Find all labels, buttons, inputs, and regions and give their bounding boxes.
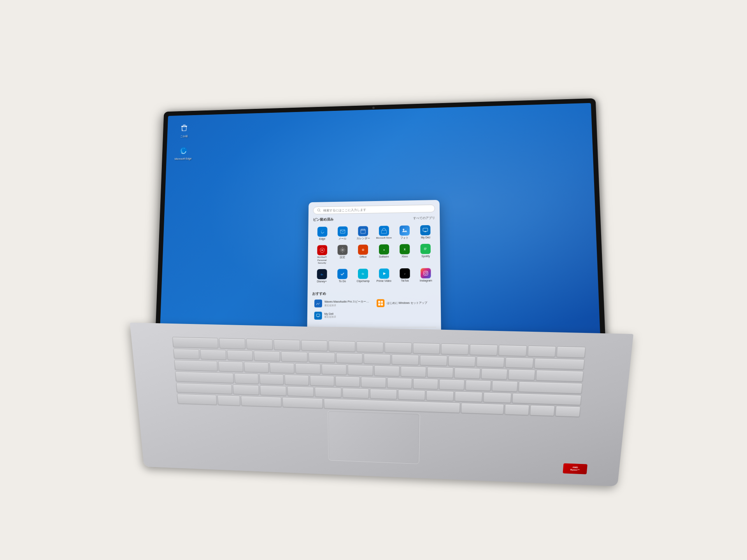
key-5: [309, 352, 335, 363]
key-right: [555, 406, 580, 417]
app-settings[interactable]: 設定: [333, 243, 352, 266]
svg-point-1: [317, 209, 320, 211]
key-1: [200, 349, 226, 360]
svg-text:M: M: [321, 250, 323, 252]
recommended-title: おすすめ: [312, 292, 326, 296]
app-spotify[interactable]: Spotify: [416, 242, 436, 265]
key-f4: [301, 340, 328, 351]
key-capslock: [175, 371, 233, 383]
rec-item-mydell[interactable]: My Dell 最近追加済: [312, 310, 373, 321]
svg-point-3: [320, 229, 324, 234]
key-2: [227, 350, 253, 361]
svg-text:X: X: [404, 248, 406, 251]
instagram-icon: [421, 268, 431, 278]
key-minus: [477, 356, 505, 368]
photos-icon: [400, 226, 410, 236]
key-l: [439, 379, 465, 390]
all-apps-link[interactable]: すべてのアプリ: [413, 216, 435, 220]
search-icon: [317, 208, 321, 212]
key-lalt: [282, 397, 323, 408]
key-d: [284, 374, 309, 385]
clipchamp-icon: Cc: [358, 269, 368, 279]
key-w: [244, 362, 269, 373]
key-j: [387, 378, 412, 388]
app-mail[interactable]: メール: [333, 225, 352, 242]
key-f8: [413, 343, 440, 354]
key-rbrace: [508, 369, 535, 380]
key-f12: [527, 346, 556, 357]
desktop-icon-edge[interactable]: Microsoft Edge: [174, 145, 193, 160]
app-office[interactable]: O Office: [354, 243, 373, 266]
app-instagram[interactable]: Instagram: [416, 266, 436, 284]
touchpad[interactable]: [328, 410, 420, 464]
tiktok-app-label: TikTok: [401, 279, 409, 283]
svg-text:Cc: Cc: [362, 273, 364, 275]
svg-marker-11: [402, 230, 407, 232]
key-k: [413, 378, 438, 389]
screen-display: ごみ箱 Microsoft Edge: [159, 103, 601, 357]
app-calendar[interactable]: カレンダー: [354, 224, 373, 242]
app-prime[interactable]: Prime Video: [374, 267, 394, 284]
key-o: [427, 367, 453, 378]
key-del: [557, 346, 586, 358]
prime-icon: [379, 268, 389, 278]
key-x: [260, 385, 286, 396]
app-edge[interactable]: Edge: [313, 225, 332, 242]
desktop-icons-area: ごみ箱 Microsoft Edge: [174, 122, 194, 160]
key-lwin: [241, 396, 282, 407]
amd-badge: AMDRyzen™: [563, 463, 587, 474]
rec-item-windows-setup[interactable]: はじめに Windows セットアップ: [374, 298, 436, 309]
key-rshift: [512, 393, 581, 405]
key-c: [287, 386, 314, 397]
pinned-apps-grid: Edge メール カレンダー: [312, 224, 436, 285]
app-photos[interactable]: フォト: [395, 224, 414, 242]
svg-text:D+: D+: [321, 273, 323, 275]
windows-setup-rec-text: はじめに Windows セットアップ: [387, 301, 427, 305]
app-disney[interactable]: D+ Disney+: [312, 268, 331, 285]
svg-text:♪: ♪: [404, 272, 405, 275]
mcafee-icon: M: [317, 245, 327, 256]
app-store[interactable]: Microsoft Store: [374, 224, 393, 242]
key-4: [281, 351, 307, 362]
key-m: [398, 389, 425, 400]
app-tiktok[interactable]: ♪ TikTok: [395, 267, 415, 284]
prime-app-label: Prime Video: [377, 279, 391, 283]
keyboard-area: [160, 329, 599, 425]
app-mcafee[interactable]: M McAfee® Personal Security: [312, 244, 331, 266]
mail-icon: [338, 226, 348, 236]
key-b: [342, 388, 369, 399]
svg-point-35: [427, 271, 427, 272]
svg-rect-38: [378, 304, 380, 306]
key-lbrace: [481, 368, 508, 379]
key-period: [455, 391, 483, 402]
key-f1: [219, 338, 245, 349]
app-todo[interactable]: To Do: [333, 267, 352, 285]
edge-app-label: Edge: [319, 238, 325, 241]
key-f5: [329, 341, 356, 352]
mail-app-label: メール: [338, 237, 347, 241]
key-f11: [498, 345, 527, 356]
solitaire-app-label: Solitaire: [379, 256, 389, 259]
office-icon: O: [358, 245, 368, 255]
pinned-section-title: ピン留め済み: [313, 217, 333, 222]
photos-app-label: フォト: [400, 236, 409, 240]
xbox-icon: X: [400, 244, 410, 254]
key-g: [335, 376, 360, 387]
key-r: [295, 363, 321, 374]
settings-icon: [338, 245, 348, 255]
app-solitaire[interactable]: ♠ Solitaire: [374, 243, 394, 265]
start-search-input[interactable]: [323, 207, 431, 212]
app-mydell[interactable]: My Dell: [416, 224, 435, 241]
app-clipchamp[interactable]: Cc Clipchamp: [354, 267, 373, 285]
desktop-icon-recycle[interactable]: ごみ箱: [174, 122, 194, 138]
laptop-lid: ごみ箱 Microsoft Edge: [152, 101, 595, 358]
laptop-photo: ごみ箱 Microsoft Edge: [128, 101, 619, 482]
svg-rect-12: [423, 228, 428, 231]
app-xbox[interactable]: X Xbox: [395, 243, 414, 265]
key-left: [505, 404, 529, 415]
rec-item-waves[interactable]: Waves MaxxAudio Pro スピーカー… 最近追加済: [312, 298, 373, 309]
calendar-app-label: カレンダー: [356, 237, 370, 240]
waves-rec-icon: [314, 300, 322, 308]
start-search-bar[interactable]: [313, 205, 435, 214]
keyboard-keys: [172, 337, 586, 416]
